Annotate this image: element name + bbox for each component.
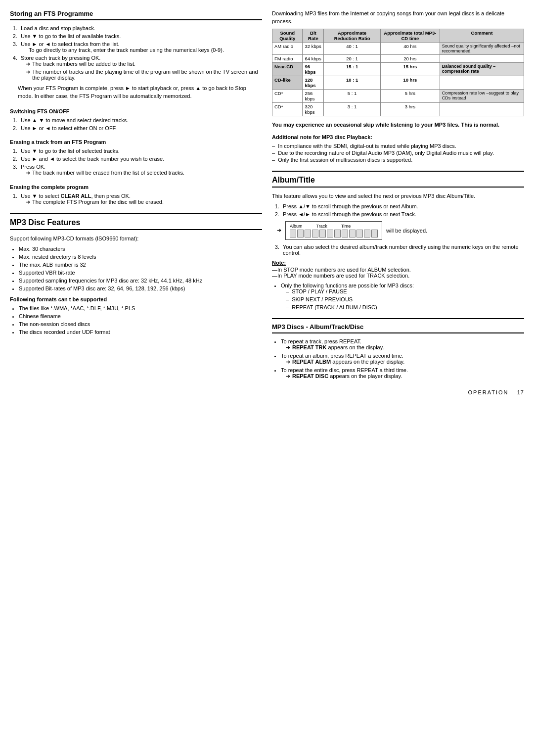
table-row: CD* 256 kbps 5 : 1 5 hrs Compression rat… [272,89,524,102]
note-label: Note: [272,260,286,266]
mp3-discs-bullet-0: To repeat a track, press REPEAT. ➜ REPEA… [281,338,524,351]
switching-step-1: Use ▲ ▼ to move and select desired track… [19,117,262,123]
td-cd1-bitrate: 256 kbps [303,89,324,102]
td-am-comment: Sound quality significantly affected –no… [440,42,524,54]
mp3-bullet-3: Supported VBR bit-rate [19,270,262,276]
mp3-divider [10,213,262,214]
th-reduction-ratio: Approximate Reduction Ratio [324,29,381,42]
operation-label: OPERATION [468,389,511,395]
page-number: 17 [517,389,524,395]
td-cd1-quality: CD* [272,89,303,102]
erasing-track-step-1: Use ▼ to go to the list of selected trac… [19,148,262,154]
display-cell [290,230,296,237]
note-item-1: —In PLAY mode numbers are used for TRACK… [272,273,524,279]
note-item-0: —In STOP mode numbers are used for ALBUM… [272,267,524,273]
td-cd2-ratio: 3 : 1 [324,102,381,116]
skip-bold-para: You may experience an occasional skip wh… [272,121,524,129]
clear-all-text: CLEAR ALL [61,193,91,199]
additional-heading: Additional note for MP3 disc Playback: [272,134,524,140]
additional-bullet-2: Only the first session of multisession d… [272,157,524,163]
left-column: Storing an FTS Programme Load a disc and… [10,10,262,395]
td-fm-ratio: 20 : 1 [324,54,381,62]
formats-bullet-0: The files like *.WMA, *AAC, *.DLF, *.M3U… [19,305,262,311]
repeat-albm-label: REPEAT ALBM [292,359,331,365]
will-be-displayed: will be displayed. [386,228,427,234]
th-bit-rate: Bit Rate [303,29,324,42]
mp3-discs-bullet-1: To repeat an album, press REPEAT a secon… [281,353,524,365]
erasing-complete-arrow-1: ➜ The complete FTS Program for the disc … [21,199,262,205]
mp3-discs-bullet-2: To repeat the entire disc, press REPEAT … [281,367,524,379]
mp3-bullet-5: Supported Bit-rates of MP3 disc are: 32,… [19,285,262,291]
td-am-bitrate: 32 kbps [303,42,324,54]
td-cd2-time: 3 hrs [380,102,440,116]
table-row: AM radio 32 kbps 40 : 1 40 hrs Sound qua… [272,42,524,54]
mp3-func-2: REPEAT (TRACK / ALBUM / DISC) [286,304,524,310]
storing-steps-list: Load a disc and stop playback. Use ▼ to … [10,25,262,81]
td-am-ratio: 40 : 1 [324,42,381,54]
mp3-bullet-4: Supported sampling frequencies for MP3 d… [19,278,262,284]
switching-section: Switching FTS ON/OFF Use ▲ ▼ to move and… [10,108,262,131]
th-mp3-time: Approximate total MP3-CD time [380,29,440,42]
td-nearcd-bitrate: 96 kbps [303,62,324,76]
storing-step-2: Use ▼ to go to the list of available tra… [19,33,262,39]
additional-note-section: Additional note for MP3 disc Playback: I… [272,134,524,163]
erasing-track-steps-list: Use ▼ to go to the list of selected trac… [10,148,262,176]
storing-section: Storing an FTS Programme Load a disc and… [10,10,262,100]
td-cd1-ratio: 5 : 1 [324,89,381,102]
storing-para: When your FTS Program is complete, press… [10,85,262,100]
td-cd1-time: 5 hrs [380,89,440,102]
mp3-functions-list: Only the following functions are possibl… [272,283,524,310]
formats-bullet-1: Chinese filename [19,313,262,319]
td-cd2-bitrate: 320 kbps [303,102,324,116]
erasing-complete-steps-list: Use ▼ to select CLEAR ALL, then press OK… [10,193,262,205]
td-nearcd-ratio: 15 : 1 [324,62,381,76]
page-footer: OPERATION 17 [272,389,524,395]
td-am-quality: AM radio [272,42,303,54]
table-row: FM radio 64 kbps 20 : 1 20 hrs [272,54,524,62]
album-divider [272,171,524,172]
storing-step-3: Use ► or ◄ to select tracks from the lis… [19,41,262,53]
display-cell [349,230,356,237]
storing-step-1: Load a disc and stop playback. [19,25,262,31]
erasing-track-step-3: Press OK. ➜ The track number will be era… [19,164,262,176]
switching-step-2: Use ► or ◄ to select either ON or OFF. [19,125,262,131]
album-display-header: Album Track Time [290,224,378,229]
mp3-functions-intro: Only the following functions are possibl… [281,283,524,310]
note-section: Note: —In STOP mode numbers are used for… [272,260,524,279]
switching-heading: Switching FTS ON/OFF [10,108,262,114]
display-cell [297,230,304,237]
mp3-section: MP3 Disc Features Support following MP3-… [10,213,262,335]
erasing-track-arrow-1: ➜ The track number will be erased from t… [21,170,262,176]
table-row: CD-like 128 kbps 10 : 1 10 hrs [272,76,524,89]
additional-bullet-1: Due to the recording nature of Digital A… [272,150,524,156]
td-am-time: 40 hrs [380,42,440,54]
album-steps-list: Press ▲/▼ to scroll through the previous… [272,203,524,217]
mp3-discs-arrow-0: ➜ REPEAT TRK appears on the display. [281,344,524,351]
album-step-3: You can also select the desired album/tr… [281,244,524,256]
display-cell [334,230,341,237]
display-cell [356,230,363,237]
album-display-box: Album Track Time [285,221,382,240]
mp3-discs-section: MP3 Discs - Album/Track/Disc To repeat a… [272,318,524,379]
td-cdlike-comment [440,76,524,89]
td-fm-bitrate: 64 kbps [303,54,324,62]
td-nearcd-comment: Balanced sound quality –compression rate [440,62,524,76]
storing-arrow-2: ➜ The number of tracks and the playing t… [21,69,262,81]
formats-heading: Following formats can t be supported [10,296,262,302]
table-header-row: Sound Quality Bit Rate Approximate Reduc… [272,29,524,42]
td-fm-time: 20 hrs [380,54,440,62]
td-cd2-quality: CD* [272,102,303,116]
album-para: This feature allows you to view and sele… [272,192,524,200]
right-column: Downloading MP3 files from the Internet … [272,10,524,395]
formats-bullets-list: The files like *.WMA, *AAC, *.DLF, *.M3U… [10,305,262,335]
mp3-discs-arrow-2: ➜ REPEAT DISC appears on the player disp… [281,373,524,379]
display-cell [364,230,370,237]
mp3-heading: MP3 Disc Features [10,218,262,230]
td-fm-quality: FM radio [272,54,303,62]
album-step3-list: You can also select the desired album/tr… [272,244,524,256]
mp3-bullet-1: Max. nested directory is 8 levels [19,254,262,260]
th-comment: Comment [440,29,524,42]
erasing-track-heading: Erasing a track from an FTS Program [10,139,262,145]
display-cell [319,230,326,237]
repeat-disc-label: REPEAT DISC [292,373,328,379]
